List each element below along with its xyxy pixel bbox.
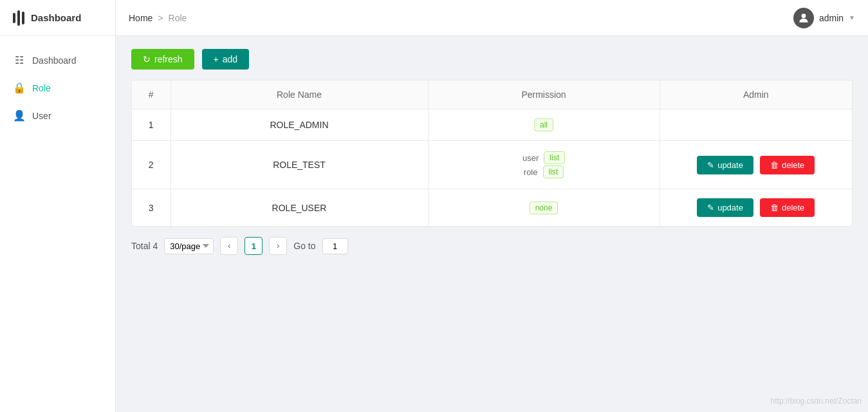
perm-row-role: role list	[439, 165, 649, 178]
roles-table: # Role Name Permission Admin 1 ROLE_ADMI…	[131, 80, 853, 227]
chevron-down-icon: ▼	[849, 14, 855, 21]
update-label-3: update	[717, 203, 743, 212]
sidebar-logo-text: Dashboard	[31, 12, 81, 23]
watermark: http://blog.csdn.net/Zoctan	[771, 397, 862, 406]
col-header-index: #	[132, 80, 171, 109]
refresh-label: refresh	[154, 54, 183, 64]
perm-badge-none: none	[530, 201, 559, 214]
sidebar-nav: ☷ Dashboard 🔒 Role 👤 User	[0, 36, 115, 140]
add-button[interactable]: + add	[202, 49, 250, 70]
perm-row-user: user list	[439, 151, 649, 164]
prev-page-button[interactable]: ‹	[220, 237, 238, 255]
cell-role-name-2: ROLE_TEST	[171, 141, 428, 189]
perm-badge-user-list: list	[544, 151, 565, 164]
content-area: ↻ refresh + add # Role Name Permission A…	[116, 36, 868, 412]
avatar	[793, 8, 814, 28]
grid-icon: ☷	[13, 54, 26, 66]
pagination: Total 4 30/page 10/page 20/page 50/page …	[131, 237, 853, 255]
next-page-button[interactable]: ›	[269, 237, 287, 255]
sidebar: Dashboard ☷ Dashboard 🔒 Role 👤 User	[0, 0, 116, 412]
cell-role-name-1: ROLE_ADMIN	[171, 109, 428, 141]
trash-icon: 🗑	[770, 160, 779, 170]
toolbar: ↻ refresh + add	[131, 49, 853, 70]
goto-label: Go to	[293, 241, 315, 251]
cell-admin-1	[660, 109, 852, 141]
cell-permission-1: all	[428, 109, 660, 141]
perm-prefix-user: user	[522, 153, 539, 163]
sidebar-logo: Dashboard	[0, 0, 115, 36]
logo-icon	[13, 10, 24, 26]
goto-input[interactable]	[322, 238, 348, 254]
delete-label-3: delete	[782, 203, 804, 212]
cell-permission-3: none	[428, 189, 660, 227]
table-header-row: # Role Name Permission Admin	[132, 80, 852, 109]
update-button-3[interactable]: ✎ update	[697, 198, 753, 217]
header-user[interactable]: admin ▼	[793, 8, 855, 28]
trash-icon-3: 🗑	[770, 203, 779, 212]
total-count: Total 4	[131, 241, 158, 251]
page-size-select[interactable]: 30/page 10/page 20/page 50/page	[164, 238, 214, 254]
action-buttons-3: ✎ update 🗑 delete	[670, 198, 842, 217]
header: Home > Role admin ▼	[116, 0, 868, 36]
sidebar-item-role[interactable]: 🔒 Role	[0, 74, 115, 102]
main-content: Home > Role admin ▼ ↻ refresh + add	[116, 0, 868, 412]
lock-icon: 🔒	[13, 82, 26, 94]
perm-badge-role-list: list	[543, 165, 564, 178]
cell-index-3: 3	[132, 189, 171, 227]
cell-admin-2: ✎ update 🗑 delete	[660, 141, 852, 189]
perm-prefix-role: role	[524, 167, 538, 177]
refresh-button[interactable]: ↻ refresh	[131, 49, 194, 70]
col-header-admin: Admin	[660, 80, 852, 109]
sidebar-item-user[interactable]: 👤 User	[0, 102, 115, 129]
breadcrumb-separator: >	[158, 13, 163, 23]
user-icon: 👤	[13, 109, 26, 122]
sidebar-item-role-label: Role	[32, 83, 51, 93]
edit-icon: ✎	[707, 160, 714, 170]
update-button-2[interactable]: ✎ update	[697, 156, 753, 174]
cell-permission-2: user list role list	[428, 141, 660, 189]
delete-button-2[interactable]: 🗑 delete	[760, 156, 815, 174]
edit-icon: ✎	[707, 203, 714, 212]
avatar-icon	[797, 12, 810, 24]
action-buttons-2: ✎ update 🗑 delete	[670, 156, 842, 174]
svg-point-0	[802, 14, 806, 18]
delete-button-3[interactable]: 🗑 delete	[760, 198, 815, 217]
cell-admin-3: ✎ update 🗑 delete	[660, 189, 852, 227]
current-page-number[interactable]: 1	[245, 237, 263, 255]
cell-index-2: 2	[132, 141, 171, 189]
perm-badge-all: all	[534, 118, 553, 131]
update-label: update	[717, 160, 743, 170]
cell-index-1: 1	[132, 109, 171, 141]
table-row: 2 ROLE_TEST user list role list	[132, 141, 852, 189]
refresh-icon: ↻	[143, 54, 151, 64]
sidebar-item-dashboard[interactable]: ☷ Dashboard	[0, 46, 115, 74]
breadcrumb-current: Role	[169, 13, 187, 23]
delete-label: delete	[782, 160, 804, 170]
table-row: 3 ROLE_USER none ✎ update	[132, 189, 852, 227]
col-header-permission: Permission	[428, 80, 660, 109]
cell-role-name-3: ROLE_USER	[171, 189, 428, 227]
add-icon: +	[214, 54, 219, 64]
sidebar-item-dashboard-label: Dashboard	[32, 55, 77, 66]
sidebar-item-user-label: User	[32, 111, 51, 121]
username: admin	[819, 13, 844, 23]
col-header-role-name: Role Name	[171, 80, 428, 109]
breadcrumb: Home > Role	[129, 13, 187, 23]
add-label: add	[223, 54, 237, 64]
table-row: 1 ROLE_ADMIN all	[132, 109, 852, 141]
breadcrumb-home: Home	[129, 13, 152, 23]
